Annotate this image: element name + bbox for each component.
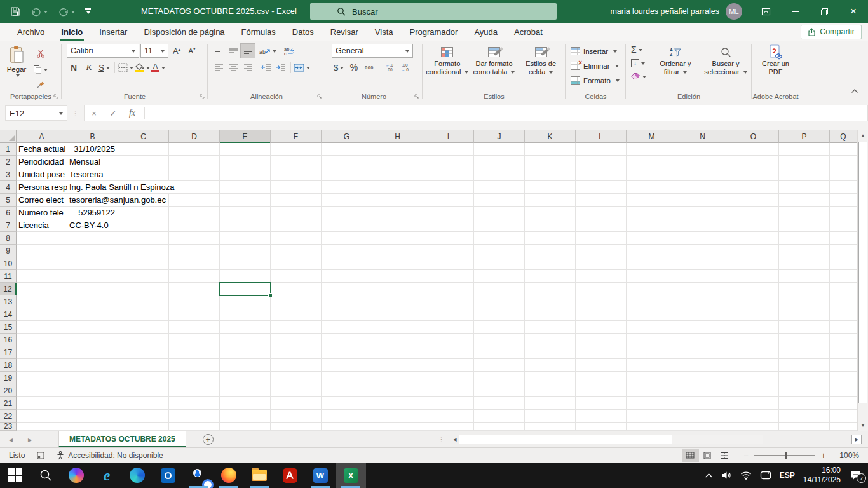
excel-button[interactable]: X — [336, 463, 366, 488]
cell-F12[interactable] — [271, 283, 322, 295]
cell-G22[interactable] — [322, 410, 372, 423]
cell-N22[interactable] — [677, 410, 728, 423]
cell-D10[interactable] — [169, 257, 220, 270]
increase-decimal-button[interactable]: ←.0.00 — [383, 60, 397, 74]
cell-M12[interactable] — [627, 283, 677, 295]
cell-I2[interactable] — [423, 156, 474, 168]
action-center-button[interactable]: 7 — [850, 470, 862, 480]
cell-J13[interactable] — [474, 295, 525, 308]
cell-E8[interactable] — [220, 232, 271, 245]
cell-J14[interactable] — [474, 308, 525, 321]
cell-K12[interactable] — [525, 283, 576, 295]
cell-N7[interactable] — [677, 219, 728, 232]
cell-K16[interactable] — [525, 334, 576, 346]
cell-E18[interactable] — [220, 359, 271, 372]
cell-mode[interactable]: Listo — [0, 451, 36, 460]
cell-M20[interactable] — [627, 384, 677, 397]
cell-H2[interactable] — [372, 156, 423, 168]
cell-D17[interactable] — [169, 346, 220, 359]
clock[interactable]: 16:00 14/11/2025 — [803, 466, 841, 485]
number-format-combobox[interactable]: General — [332, 44, 413, 58]
cell-H6[interactable] — [372, 207, 423, 219]
previous-sheet-arrow[interactable]: ◂ — [9, 435, 13, 444]
cell-J1[interactable] — [474, 143, 525, 156]
minimize-button[interactable] — [780, 0, 810, 23]
cell-E15[interactable] — [220, 321, 271, 334]
cell-F14[interactable] — [271, 308, 322, 321]
cell-L12[interactable] — [576, 283, 627, 295]
cell-H3[interactable] — [372, 168, 423, 181]
cell-J11[interactable] — [474, 270, 525, 283]
cell-D14[interactable] — [169, 308, 220, 321]
sheet-tab[interactable]: METADATOS OCTUBRE 2025 — [58, 431, 186, 447]
cell-L14[interactable] — [576, 308, 627, 321]
cell-N8[interactable] — [677, 232, 728, 245]
cell-B23[interactable] — [67, 423, 118, 431]
cell-C9[interactable] — [118, 245, 169, 257]
cell-K18[interactable] — [525, 359, 576, 372]
horizontal-scrollbar[interactable]: ◂ ▸ — [451, 435, 862, 444]
cell-A1[interactable]: Fecha actual — [17, 143, 67, 156]
cell-B17[interactable] — [67, 346, 118, 359]
cell-O4[interactable] — [728, 181, 779, 194]
cell-C8[interactable] — [118, 232, 169, 245]
cell-N15[interactable] — [677, 321, 728, 334]
customize-qat-button[interactable] — [85, 8, 91, 15]
cell-P21[interactable] — [779, 397, 830, 410]
cell-F11[interactable] — [271, 270, 322, 283]
cell-J9[interactable] — [474, 245, 525, 257]
column-header-N[interactable]: N — [677, 130, 728, 143]
row-header-11[interactable]: 11 — [0, 270, 17, 283]
cell-D2[interactable] — [169, 156, 220, 168]
cell-N5[interactable] — [677, 194, 728, 207]
cell-D19[interactable] — [169, 372, 220, 384]
cell-O12[interactable] — [728, 283, 779, 295]
cell-I1[interactable] — [423, 143, 474, 156]
zoom-out-button[interactable]: − — [743, 451, 749, 461]
row-header-8[interactable]: 8 — [0, 232, 17, 245]
tab-datos[interactable]: Datos — [284, 23, 322, 41]
scroll-right-arrow[interactable]: ▸ — [851, 435, 862, 444]
share-button[interactable]: Compartir — [801, 25, 862, 39]
cell-E17[interactable] — [220, 346, 271, 359]
row-header-3[interactable]: 3 — [0, 168, 17, 181]
cell-C16[interactable] — [118, 334, 169, 346]
row-header-7[interactable]: 7 — [0, 219, 17, 232]
cell-K14[interactable] — [525, 308, 576, 321]
cell-I3[interactable] — [423, 168, 474, 181]
percent-style-button[interactable]: % — [347, 60, 361, 74]
cell-A23[interactable] — [17, 423, 67, 431]
cell-H15[interactable] — [372, 321, 423, 334]
user-name[interactable]: maria lourdes peñafiel parrales — [610, 7, 719, 16]
cancel-button[interactable]: × — [85, 109, 104, 118]
cell-E23[interactable] — [220, 423, 271, 431]
cell-I8[interactable] — [423, 232, 474, 245]
cell-B16[interactable] — [67, 334, 118, 346]
cell-J3[interactable] — [474, 168, 525, 181]
cell-M6[interactable] — [627, 207, 677, 219]
row-header-2[interactable]: 2 — [0, 156, 17, 168]
zoom-in-button[interactable]: + — [821, 451, 826, 461]
save-button[interactable] — [10, 6, 20, 17]
cell-H5[interactable] — [372, 194, 423, 207]
cell-G15[interactable] — [322, 321, 372, 334]
cell-F7[interactable] — [271, 219, 322, 232]
cell-H17[interactable] — [372, 346, 423, 359]
cell-C18[interactable] — [118, 359, 169, 372]
cell-K2[interactable] — [525, 156, 576, 168]
cell-D13[interactable] — [169, 295, 220, 308]
cell-K19[interactable] — [525, 372, 576, 384]
cell-F23[interactable] — [271, 423, 322, 431]
column-header-Q[interactable]: Q — [830, 130, 857, 143]
cell-N3[interactable] — [677, 168, 728, 181]
cell-O3[interactable] — [728, 168, 779, 181]
cell-D3[interactable] — [169, 168, 220, 181]
column-header-K[interactable]: K — [525, 130, 576, 143]
cell-A5[interactable]: Correo elect — [17, 194, 67, 207]
cell-C19[interactable] — [118, 372, 169, 384]
cell-L5[interactable] — [576, 194, 627, 207]
cell-O20[interactable] — [728, 384, 779, 397]
cell-C14[interactable] — [118, 308, 169, 321]
cell-K9[interactable] — [525, 245, 576, 257]
cell-D4[interactable] — [169, 181, 220, 194]
